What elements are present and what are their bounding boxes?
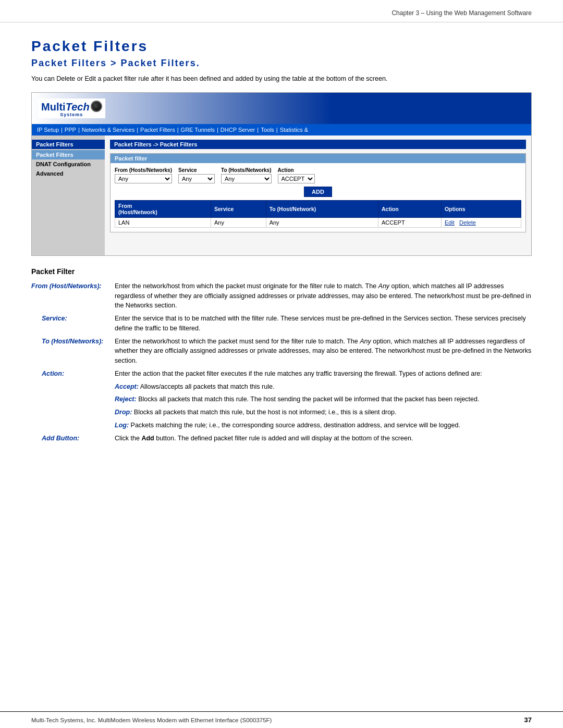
from-select[interactable]: Any LAN	[115, 174, 172, 183]
cell-from: LAN	[115, 217, 211, 227]
desc-section-title: Packet Filter	[31, 267, 532, 276]
logo-container: MultiTech Systems	[41, 101, 102, 117]
desc-term-reject	[31, 393, 115, 406]
desc-term-drop	[31, 406, 115, 419]
sidebar: Packet Filters Packet Filters DNAT Confi…	[32, 135, 105, 255]
desc-term-to: To (Host/Networks):	[31, 335, 115, 367]
action-label: Action	[278, 167, 315, 173]
col-to: To (Host/Network)	[266, 200, 378, 217]
nav-item-dhcp[interactable]: DHCP Server	[221, 127, 255, 133]
nav-item-packetfilters[interactable]: Packet Filters	[140, 127, 175, 133]
desc-term-log	[31, 419, 115, 432]
form-labels-row: From (Hosts/Networks) Any LAN Service An…	[115, 167, 521, 183]
nav-item-tools[interactable]: Tools	[261, 127, 274, 133]
chapter-text: Chapter 3 – Using the Web Management Sof…	[391, 9, 532, 17]
filter-box-header: Packet filter	[111, 154, 525, 163]
desc-text-accept: Accept: Allows/accepts all packets that …	[115, 380, 532, 393]
footer-page-number: 37	[524, 716, 532, 724]
to-group: To (Hosts/Networks) Any	[221, 167, 272, 183]
cell-service: Any	[211, 217, 266, 227]
desc-term-add-button: Add Button:	[31, 432, 115, 445]
from-label: From (Hosts/Networks)	[115, 167, 172, 173]
desc-row-action: Action: Enter the action that the packet…	[31, 367, 532, 380]
content-area: Packet Filters Packet Filters > Packet F…	[0, 22, 563, 476]
multitech-logo: MultiTech Systems	[38, 98, 105, 118]
nav-item-gre[interactable]: GRE Tunnels	[181, 127, 215, 133]
desc-text-action: Enter the action that the packet filter …	[115, 367, 532, 380]
desc-text-from: Enter the network/host from which the pa…	[115, 280, 532, 312]
service-group: Service Any	[178, 167, 215, 183]
logo-multi: Multi	[41, 101, 66, 113]
add-button[interactable]: ADD	[304, 187, 332, 197]
logo-dot-icon	[91, 101, 102, 112]
to-label: To (Hosts/Networks)	[221, 167, 272, 173]
filter-box: Packet filter From (Hosts/Networks) Any …	[110, 153, 526, 232]
cell-options: Edit Delete	[441, 217, 521, 227]
from-group: From (Hosts/Networks) Any LAN	[115, 167, 172, 183]
desc-row-from: From (Host/Networks): Enter the network/…	[31, 280, 532, 312]
logo-tech: Tech	[66, 101, 90, 113]
page-title: Packet Filters	[31, 38, 532, 55]
delete-link[interactable]: Delete	[459, 219, 476, 226]
intro-text: You can Delete or Edit a packet filter r…	[31, 74, 532, 84]
nav-item-networks[interactable]: Networks & Services	[82, 127, 134, 133]
sidebar-header: Packet Filters	[32, 140, 105, 149]
desc-text-to: Enter the network/host to which the pack…	[115, 335, 532, 367]
desc-section: Packet Filter From (Host/Networks): Ente…	[31, 267, 532, 445]
desc-row-to: To (Host/Networks): Enter the network/ho…	[31, 335, 532, 367]
action-group: Action ACCEPT REJECT DROP LOG	[278, 167, 315, 183]
desc-text-add-button: Click the Add button. The defined packet…	[115, 432, 532, 445]
nav-bar: IP Setup | PPP | Networks & Services | P…	[32, 124, 531, 135]
table-row: LAN Any Any ACCEPT Edit Delete	[115, 217, 521, 227]
service-select[interactable]: Any	[178, 174, 215, 183]
desc-row-reject: Reject: Blocks all packets that match th…	[31, 393, 532, 406]
col-action: Action	[378, 200, 442, 217]
edit-link[interactable]: Edit	[445, 219, 455, 226]
nav-item-statistics[interactable]: Statistics &	[280, 127, 308, 133]
desc-text-reject: Reject: Blocks all packets that match th…	[115, 393, 532, 406]
sidebar-item-packet-filters[interactable]: Packet Filters	[32, 150, 105, 159]
desc-row-service: Service: Enter the service that is to be…	[31, 312, 532, 335]
cell-action: ACCEPT	[378, 217, 442, 227]
action-select[interactable]: ACCEPT REJECT DROP LOG	[278, 174, 315, 183]
desc-text-log: Log: Packets matching the rule; i.e., th…	[115, 419, 532, 432]
results-table: From(Host/Network) Service To (Host/Netw…	[115, 200, 521, 228]
footer-left: Multi-Tech Systems, Inc. MultiModem Wire…	[31, 717, 272, 723]
col-options: Options	[441, 200, 521, 217]
desc-text-drop: Drop: Blocks all packets that match this…	[115, 406, 532, 419]
ui-screenshot-box: MultiTech Systems IP Setup | PPP | Netwo…	[31, 92, 532, 256]
desc-term-from: From (Host/Networks):	[31, 280, 115, 312]
logo-name-row: MultiTech	[41, 101, 102, 113]
breadcrumb: Packet Filters -> Packet Filters	[110, 140, 526, 149]
col-service: Service	[211, 200, 266, 217]
desc-row-accept: Accept: Allows/accepts all packets that …	[31, 380, 532, 393]
desc-term-action: Action:	[31, 367, 115, 380]
desc-term-accept	[31, 380, 115, 393]
nav-item-ipsetup[interactable]: IP Setup	[37, 127, 59, 133]
desc-row-drop: Drop: Blocks all packets that match this…	[31, 406, 532, 419]
page-footer: Multi-Tech Systems, Inc. MultiModem Wire…	[0, 711, 563, 728]
desc-table: From (Host/Networks): Enter the network/…	[31, 280, 532, 445]
desc-term-service: Service:	[31, 312, 115, 335]
chapter-header: Chapter 3 – Using the Web Management Sof…	[0, 0, 563, 22]
filter-form: From (Hosts/Networks) Any LAN Service An…	[111, 163, 525, 232]
service-label: Service	[178, 167, 215, 173]
nav-item-ppp[interactable]: PPP	[65, 127, 76, 133]
main-panel: Packet Filters -> Packet Filters Packet …	[105, 135, 531, 255]
cell-to: Any	[266, 217, 378, 227]
to-select[interactable]: Any	[221, 174, 272, 183]
page-subtitle: Packet Filters > Packet Filters.	[31, 58, 532, 69]
desc-text-service: Enter the service that is to be matched …	[115, 312, 532, 335]
desc-row-add-button: Add Button: Click the Add button. The de…	[31, 432, 532, 445]
col-from: From(Host/Network)	[115, 200, 211, 217]
multitech-header: MultiTech Systems	[32, 93, 531, 124]
ui-body: Packet Filters Packet Filters DNAT Confi…	[32, 135, 531, 255]
sidebar-item-dnat[interactable]: DNAT Configuration	[32, 159, 105, 169]
desc-row-log: Log: Packets matching the rule; i.e., th…	[31, 419, 532, 432]
sidebar-item-advanced[interactable]: Advanced	[32, 169, 105, 178]
